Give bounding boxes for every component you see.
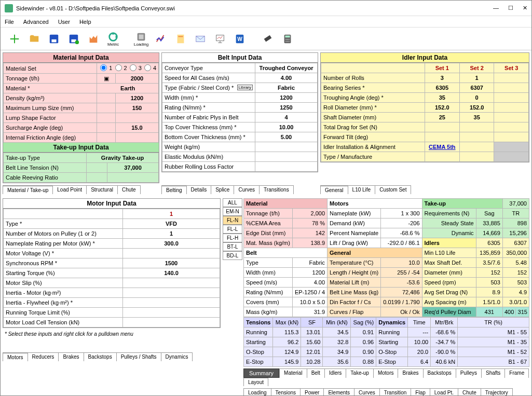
svg-rect-7 xyxy=(139,34,143,39)
chart-button[interactable] xyxy=(85,30,102,48)
open-button[interactable] xyxy=(25,30,43,48)
cema-link: CEMA 5th xyxy=(429,144,456,150)
report-button[interactable] xyxy=(172,30,189,48)
material-panel: Material Input Data Material Set 1 2 3 4… xyxy=(3,52,159,183)
maximize-button[interactable]: ☐ xyxy=(508,5,513,11)
idler-header: Idler Input Data xyxy=(321,53,529,63)
svg-point-19 xyxy=(285,40,287,42)
summary-button[interactable]: Summary xyxy=(243,368,279,378)
material-header: Material Input Data xyxy=(3,53,159,63)
app-icon xyxy=(5,4,13,12)
summary-tabs-2: Loading Tensions Power Elements Curves T… xyxy=(243,388,529,396)
metric-button[interactable]: Metric xyxy=(104,30,122,48)
minimize-button[interactable]: — xyxy=(493,5,499,11)
svg-point-16 xyxy=(285,39,287,40)
case-buttons: ALL EM-N FL-N FL-L FL-H BT-L BD-L xyxy=(223,198,242,396)
present-button[interactable] xyxy=(211,30,229,48)
svg-point-21 xyxy=(289,40,290,42)
svg-point-17 xyxy=(287,39,288,40)
summary-tabs-1: Summary Material Belt Idlers Take-up Mot… xyxy=(243,368,529,386)
svg-text:W: W xyxy=(237,36,242,42)
svg-point-20 xyxy=(287,40,288,42)
svg-rect-1 xyxy=(51,39,56,42)
motor-panel: Motor Input Data 1 Type *VFD Number of M… xyxy=(3,198,221,328)
case-fln[interactable]: FL-N xyxy=(223,216,242,225)
motor-header: Motor Input Data xyxy=(3,199,220,209)
toolbar: Metric Loading W xyxy=(1,28,531,50)
svg-rect-9 xyxy=(178,36,183,37)
material-value[interactable]: Earth xyxy=(97,84,159,93)
svg-point-4 xyxy=(75,40,79,44)
titlebar: Sidewinder - v8.01 - D:\Softpedia Files\… xyxy=(1,1,531,16)
saveas-button[interactable] xyxy=(65,30,83,48)
material-set-label: Material Set xyxy=(4,63,97,74)
material-tabs: Material / Take-up Load Point Structural… xyxy=(3,185,159,194)
summary-grid: Material Motors Take-up 37,000 Tonnage (… xyxy=(243,198,529,396)
window-title: Sidewinder - v8.01 - D:\Softpedia Files\… xyxy=(16,5,493,11)
material-set-radios[interactable]: 1 2 3 4 xyxy=(97,63,159,74)
tool-button[interactable] xyxy=(259,30,277,48)
menubar: File Advanced User Help xyxy=(1,16,531,28)
new-button[interactable] xyxy=(6,30,23,48)
loading-button[interactable]: Loading xyxy=(132,30,150,48)
idler-panel: Idler Input Data Set 1Set 2Set 3 Number … xyxy=(320,52,529,162)
tonnage-value[interactable]: 2000 xyxy=(115,74,158,84)
idler-tabs: General L10 Life Custom Set xyxy=(320,185,529,194)
mail-button[interactable] xyxy=(192,30,209,48)
menu-advanced[interactable]: Advanced xyxy=(23,19,49,25)
takeup-header: Take-up Input Data xyxy=(3,143,159,153)
motor-tabs: Motors Reducers Brakes Backstops Pulleys… xyxy=(3,352,221,361)
menu-file[interactable]: File xyxy=(5,19,14,25)
motor-footnote: * Select these inputs and right click fo… xyxy=(3,329,221,339)
word-button[interactable]: W xyxy=(231,30,249,48)
calc-button[interactable] xyxy=(279,30,296,48)
save-button[interactable] xyxy=(45,30,63,48)
belt-header: Belt Input Data xyxy=(162,53,318,63)
library-badge[interactable]: Library xyxy=(237,85,253,90)
menu-user[interactable]: User xyxy=(58,19,70,25)
menu-help[interactable]: Help xyxy=(79,19,91,25)
belt-tabs: Belting Details Splice Curves Transition… xyxy=(161,185,318,194)
close-button[interactable]: ✕ xyxy=(523,5,527,11)
svg-rect-15 xyxy=(285,35,290,37)
svg-point-18 xyxy=(289,39,290,40)
belt-panel: Belt Input Data Conveyor TypeTroughed Co… xyxy=(161,52,318,172)
plot-button[interactable] xyxy=(152,30,170,48)
tab-material-takeup[interactable]: Material / Take-up xyxy=(3,185,53,194)
svg-rect-8 xyxy=(178,34,184,43)
